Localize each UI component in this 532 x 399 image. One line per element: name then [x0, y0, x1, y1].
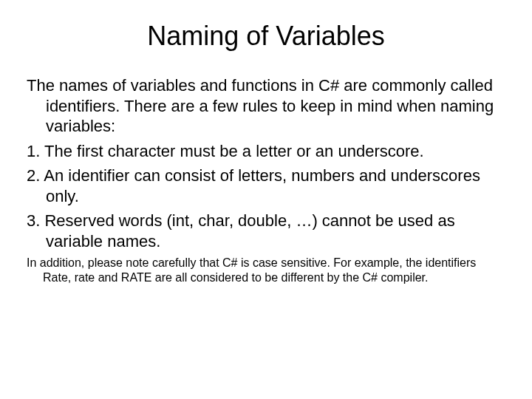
note-paragraph: In addition, please note carefully that …: [27, 256, 505, 285]
rule-item-2: 2. An identifier can consist of letters,…: [27, 166, 505, 206]
rule-item-3: 3. Reserved words (int, char, double, …)…: [27, 211, 505, 251]
rule-item-1: 1. The first character must be a letter …: [27, 141, 505, 162]
slide-title: Naming of Variables: [27, 21, 505, 52]
intro-paragraph: The names of variables and functions in …: [27, 75, 505, 137]
